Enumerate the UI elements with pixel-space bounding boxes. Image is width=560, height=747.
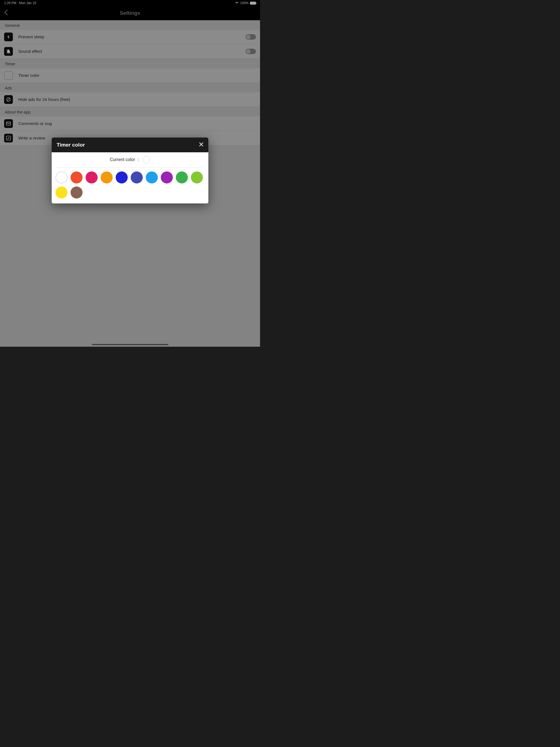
color-swatch[interactable] xyxy=(71,172,82,183)
color-swatch[interactable] xyxy=(131,172,143,183)
current-color-label: Current color ： xyxy=(110,157,141,163)
color-swatch[interactable] xyxy=(116,172,128,183)
color-swatch[interactable] xyxy=(101,172,113,183)
color-swatch[interactable] xyxy=(85,172,98,183)
home-indicator xyxy=(92,344,169,345)
color-swatch[interactable] xyxy=(71,186,82,199)
color-swatch[interactable] xyxy=(161,172,173,183)
color-swatch[interactable] xyxy=(176,172,188,183)
modal-title: Timer color xyxy=(57,142,85,148)
modal-header: Timer color xyxy=(52,137,208,152)
color-swatch[interactable] xyxy=(146,172,158,183)
color-swatch[interactable] xyxy=(191,172,203,183)
current-color-swatch xyxy=(143,156,150,163)
color-palette xyxy=(54,172,206,199)
timer-color-modal: Timer color Current color ： xyxy=(52,137,208,203)
current-color-row: Current color ： xyxy=(55,156,205,168)
close-button[interactable] xyxy=(199,142,203,148)
color-swatch[interactable] xyxy=(55,186,68,199)
color-swatch[interactable] xyxy=(55,172,68,183)
